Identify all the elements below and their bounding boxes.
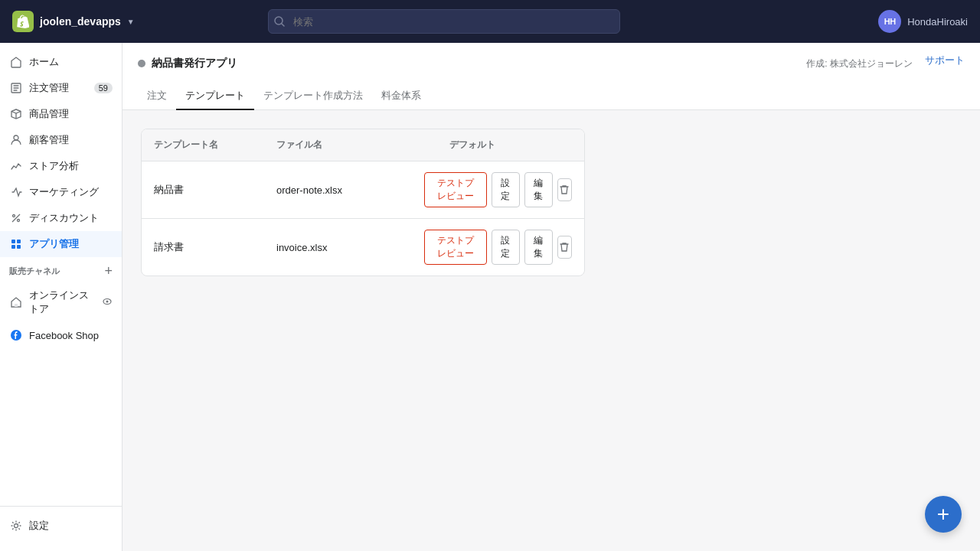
- main-content: 納品書発行アプリ 作成: 株式会社ジョーレン サポート 注文 テンプレート テン…: [122, 43, 980, 551]
- svg-rect-6: [17, 240, 21, 243]
- sidebar-label-products: 商品管理: [29, 107, 69, 121]
- template-name-cell: 請求書: [154, 240, 276, 254]
- col-file-name: ファイル名: [276, 139, 449, 152]
- edit-button[interactable]: 編集: [524, 230, 553, 265]
- app-header: 納品書発行アプリ 作成: 株式会社ジョーレン サポート 注文 テンプレート テン…: [122, 43, 980, 110]
- topbar: joolen_devapps ▼ HH HondaHiroaki: [0, 0, 980, 43]
- tab-pricing[interactable]: 料金体系: [372, 83, 430, 110]
- svg-point-2: [14, 135, 18, 140]
- col-template-name: テンプレート名: [154, 139, 276, 152]
- orders-badge: 59: [94, 83, 113, 93]
- fab-add-button[interactable]: +: [925, 496, 962, 533]
- layout: ホーム 注文管理 59 商品管理: [0, 43, 980, 551]
- col-default: デフォルト: [449, 139, 572, 152]
- row-actions: テストプレビュー 設定 編集: [424, 230, 572, 265]
- sidebar-label-marketing: マーケティング: [29, 185, 99, 199]
- delete-button[interactable]: [557, 236, 572, 259]
- analytics-icon: [9, 159, 23, 173]
- tab-templates[interactable]: テンプレート: [176, 83, 254, 110]
- sidebar-item-products[interactable]: 商品管理: [0, 101, 122, 127]
- app-title: 納品書発行アプリ: [152, 57, 237, 70]
- sales-channel-title: 販売チャネル: [9, 266, 60, 277]
- store-name: joolen_devapps: [40, 15, 121, 28]
- avatar: HH: [878, 10, 901, 33]
- svg-point-3: [13, 215, 15, 217]
- shopify-icon: [12, 11, 34, 32]
- products-icon: [9, 107, 23, 121]
- orders-icon: [9, 81, 23, 95]
- svg-rect-9: [15, 304, 18, 307]
- search-input[interactable]: [268, 9, 620, 34]
- search-bar: [268, 9, 620, 34]
- content-area: テンプレート名 ファイル名 デフォルト 納品書 order-note.xlsx …: [122, 110, 980, 551]
- chevron-down-icon: ▼: [127, 18, 135, 26]
- sidebar-item-settings[interactable]: 設定: [0, 513, 122, 539]
- sidebar-item-home[interactable]: ホーム: [0, 49, 122, 75]
- svg-point-13: [15, 524, 18, 528]
- table-header: テンプレート名 ファイル名 デフォルト: [142, 129, 584, 161]
- search-icon: [274, 16, 285, 27]
- sidebar-label-apps: アプリ管理: [29, 237, 79, 251]
- template-name-cell: 納品書: [154, 183, 276, 197]
- test-preview-button[interactable]: テストプレビュー: [424, 230, 487, 265]
- sidebar-label-online-store: オンラインストア: [29, 289, 96, 316]
- app-header-top: 納品書発行アプリ 作成: 株式会社ジョーレン サポート: [138, 54, 965, 73]
- settings-icon: [9, 519, 23, 533]
- sidebar-label-facebook-shop: Facebook Shop: [29, 330, 99, 341]
- edit-button[interactable]: 編集: [524, 172, 553, 207]
- settings-button[interactable]: 設定: [492, 172, 520, 207]
- delete-button[interactable]: [557, 178, 572, 201]
- template-table: テンプレート名 ファイル名 デフォルト 納品書 order-note.xlsx …: [141, 129, 585, 276]
- sidebar-item-analytics[interactable]: ストア分析: [0, 153, 122, 179]
- sidebar-label-customers: 顧客管理: [29, 133, 69, 147]
- topbar-right: HH HondaHiroaki: [878, 10, 968, 33]
- settings-button[interactable]: 設定: [492, 230, 520, 265]
- discounts-icon: [9, 211, 23, 225]
- sidebar-item-marketing[interactable]: マーケティング: [0, 179, 122, 205]
- sidebar-item-orders[interactable]: 注文管理 59: [0, 75, 122, 101]
- store-icon: [9, 295, 23, 309]
- add-sales-channel-button[interactable]: +: [104, 263, 113, 279]
- eye-icon[interactable]: [102, 296, 113, 309]
- row-actions: テストプレビュー 設定 編集: [424, 172, 572, 207]
- store-logo[interactable]: joolen_devapps ▼: [12, 11, 135, 32]
- test-preview-button[interactable]: テストプレビュー: [424, 172, 487, 207]
- svg-point-11: [106, 300, 109, 302]
- svg-rect-7: [11, 245, 15, 249]
- username: HondaHiroaki: [907, 16, 968, 28]
- app-tabs: 注文 テンプレート テンプレート作成方法 料金体系: [138, 83, 965, 109]
- table-row: 請求書 invoice.xlsx テストプレビュー 設定 編集: [142, 219, 584, 276]
- sidebar-label-analytics: ストア分析: [29, 159, 79, 173]
- apps-icon: [9, 237, 23, 251]
- sales-channel-section: 販売チャネル +: [0, 257, 122, 282]
- tab-orders[interactable]: 注文: [138, 83, 176, 110]
- sidebar-bottom: 設定: [0, 506, 122, 545]
- sidebar-item-discounts[interactable]: ディスカウント: [0, 205, 122, 231]
- home-icon: [9, 55, 23, 69]
- app-title-wrap: 納品書発行アプリ: [138, 57, 237, 70]
- file-name-cell: order-note.xlsx: [276, 184, 424, 196]
- support-link[interactable]: サポート: [925, 54, 965, 67]
- sidebar-label-settings: 設定: [29, 519, 49, 533]
- sidebar-label-home: ホーム: [29, 55, 59, 69]
- sidebar-item-online-store[interactable]: オンラインストア: [0, 282, 122, 322]
- sidebar-item-facebook-shop[interactable]: Facebook Shop: [0, 322, 122, 348]
- svg-rect-8: [17, 245, 21, 249]
- file-name-cell: invoice.xlsx: [276, 242, 424, 253]
- app-status-dot: [138, 60, 145, 67]
- tab-how-to[interactable]: テンプレート作成方法: [254, 83, 372, 110]
- table-row: 納品書 order-note.xlsx テストプレビュー 設定 編集: [142, 161, 584, 219]
- sidebar-label-orders: 注文管理: [29, 81, 69, 95]
- sidebar-label-discounts: ディスカウント: [29, 211, 99, 225]
- facebook-icon: [9, 328, 23, 342]
- app-made-by: 作成: 株式会社ジョーレン: [806, 57, 913, 70]
- marketing-icon: [9, 185, 23, 199]
- svg-rect-5: [11, 240, 15, 243]
- sidebar-item-customers[interactable]: 顧客管理: [0, 127, 122, 153]
- sidebar: ホーム 注文管理 59 商品管理: [0, 43, 122, 551]
- customers-icon: [9, 133, 23, 147]
- sidebar-item-apps[interactable]: アプリ管理: [0, 231, 122, 257]
- svg-point-4: [18, 220, 20, 222]
